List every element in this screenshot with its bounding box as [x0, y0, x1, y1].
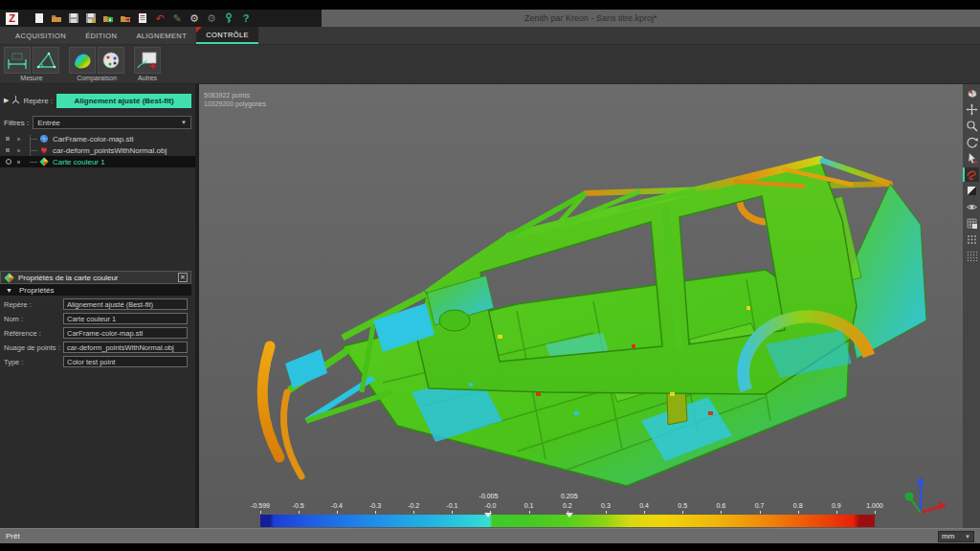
status-bar: Prêt mm ▼ [0, 528, 980, 543]
field-repere: Repère : Alignement ajusté (Best-fit) [4, 298, 188, 310]
app-logo: Z [6, 12, 18, 25]
visibility-toggle[interactable] [6, 137, 10, 141]
tab-alignement[interactable]: ALIGNEMENT [126, 27, 196, 44]
application-window: Z ↶ ✎ ⚙ ⚙ ? Zenith par Kreon - Sans titr… [0, 0, 980, 551]
car-model-3d[interactable] [230, 105, 938, 507]
reference-field-value[interactable]: CarFrame-color-map.stl [63, 327, 188, 339]
point-comparison-icon [100, 50, 122, 71]
repere-field-value[interactable]: Alignement ajusté (Best-fit) [63, 298, 188, 310]
distance-measure-icon [6, 50, 29, 71]
colorbar-tick-label: 0.4 [639, 502, 649, 509]
viewport-3d[interactable]: 5083922 points 10329200 polygones [199, 84, 963, 528]
distance-measure-button[interactable] [4, 47, 31, 74]
colorbar-tick-mark [260, 511, 261, 514]
save-as-icon[interactable] [85, 12, 97, 24]
draw-line-icon[interactable]: ✎ [171, 12, 183, 24]
colorbar-tick-label: 0.3 [601, 502, 611, 509]
units-dropdown[interactable]: mm ▼ [938, 531, 974, 542]
color-map-button[interactable] [69, 47, 96, 74]
grid-overlay-icon[interactable] [964, 216, 979, 231]
color-map-icon [71, 50, 94, 71]
visibility-icon[interactable] [964, 200, 979, 214]
view-cube-icon[interactable] [964, 86, 979, 100]
radio-toggle[interactable] [6, 159, 11, 165]
visibility-toggle[interactable] [6, 148, 10, 152]
angle-measure-button[interactable] [33, 47, 59, 74]
colorbar-tick-mark [682, 511, 683, 514]
help-icon[interactable]: ? [240, 12, 252, 24]
section-collapse-icon: ▼ [6, 287, 12, 294]
colorbar-marker-value[interactable]: 0.205 [561, 493, 578, 499]
nuage-field-value[interactable]: car-deform_pointsWithNormal.obj [63, 342, 188, 353]
export-icon[interactable] [120, 12, 131, 24]
main-area: ▶ Repère : Alignement ajusté (Best-fit) … [0, 84, 980, 528]
zoom-icon[interactable] [964, 119, 979, 133]
lock-toggle[interactable] [17, 161, 20, 164]
lock-toggle[interactable] [17, 138, 20, 141]
colorbar-tick-mark [452, 511, 453, 514]
chevron-down-icon: ▼ [181, 120, 187, 125]
ribbon-group-label: Comparaison [69, 75, 124, 81]
pan-icon[interactable] [964, 102, 979, 117]
status-text: Prêt [6, 532, 20, 540]
colorbar-tick-mark [337, 511, 338, 514]
colorbar-tick-label: -0.4 [331, 502, 343, 509]
collapse-arrow-icon[interactable]: ▶ [4, 97, 9, 104]
points-count: 5083922 points [204, 91, 266, 99]
tab-edition[interactable]: ÉDITION [76, 27, 126, 44]
settings-gear-icon[interactable]: ⚙ [189, 12, 200, 24]
colorbar-tick-mark [299, 511, 300, 514]
license-key-icon[interactable] [223, 12, 234, 24]
tab-acquisition[interactable]: ACQUISITION [6, 27, 76, 44]
nom-field-value[interactable]: Carte couleur 1 [63, 313, 188, 324]
window-title-area: Zenith par Kreon - Sans titre.kproj* [322, 10, 980, 27]
lasso-selection-icon[interactable] [964, 167, 979, 182]
point-grid-fine-icon[interactable] [964, 249, 979, 263]
repere-value[interactable]: Alignement ajusté (Best-fit) [56, 94, 191, 108]
tree-item-carframe[interactable]: CarFrame-color-map.stl [0, 133, 195, 144]
colorbar-marker-pointer[interactable] [484, 513, 492, 518]
rotate-icon[interactable] [964, 135, 979, 149]
close-icon[interactable]: ✕ [178, 273, 188, 282]
colorbar-tick-label: -0.599 [251, 502, 270, 509]
left-panel: ▶ Repère : Alignement ajusté (Best-fit) … [0, 84, 195, 528]
ribbon-group-label: Autres [134, 75, 161, 81]
filtres-dropdown[interactable]: Entrée ▼ [33, 116, 191, 129]
colorbar-tick-label: 0.2 [563, 502, 572, 509]
colorbar-tick-label: 0.6 [717, 502, 726, 509]
filtres-label: Filtres : [4, 119, 29, 127]
filtres-row: Filtres : Entrée ▼ [4, 116, 191, 129]
open-folder-icon[interactable] [51, 12, 62, 24]
report-icon[interactable] [137, 12, 148, 24]
title-bar: Z ↶ ✎ ⚙ ⚙ ? Zenith par Kreon - Sans titr… [0, 10, 980, 27]
other-report-button[interactable] [134, 47, 161, 74]
import-icon[interactable] [102, 12, 114, 24]
ribbon-group-comparaison: Comparaison [69, 47, 124, 81]
lock-toggle[interactable] [17, 149, 20, 152]
ribbon-group-label: Mesure [4, 75, 59, 81]
shading-icon[interactable] [964, 184, 979, 198]
select-arrow-icon[interactable] [964, 151, 979, 165]
new-document-icon[interactable] [33, 12, 45, 24]
letterbox-top [0, 0, 980, 10]
quick-access-toolbar: Z ↶ ✎ ⚙ ⚙ ? [0, 10, 322, 27]
save-icon[interactable] [68, 12, 79, 24]
colorbar-tick-label: 0.8 [793, 502, 803, 509]
tab-controle[interactable]: CONTRÔLE [196, 27, 258, 44]
undo-icon[interactable]: ↶ [154, 12, 166, 24]
tree-item-colormap[interactable]: Carte couleur 1 [0, 156, 195, 167]
colorbar-tick-mark [798, 511, 799, 514]
type-field-value[interactable]: Color test point [63, 356, 188, 367]
tab-modified-marker [196, 27, 202, 33]
properties-section-header[interactable]: ▼ Propriétés [0, 284, 191, 296]
y-axis-sphere [905, 493, 914, 501]
colorbar-tick-mark [413, 511, 414, 514]
colorbar-marker-value[interactable]: -0.005 [479, 493, 499, 499]
tree-item-pointcloud[interactable]: car-deform_pointsWithNormal.obj [0, 144, 195, 156]
colorbar-tick-label: -0.5 [293, 502, 304, 509]
angle-measure-icon [34, 50, 57, 71]
colorbar-marker-pointer[interactable] [566, 513, 573, 518]
colorbar-tick-label: 1.000 [866, 502, 883, 509]
point-comparison-button[interactable] [98, 47, 124, 74]
point-grid-icon[interactable] [964, 232, 979, 247]
